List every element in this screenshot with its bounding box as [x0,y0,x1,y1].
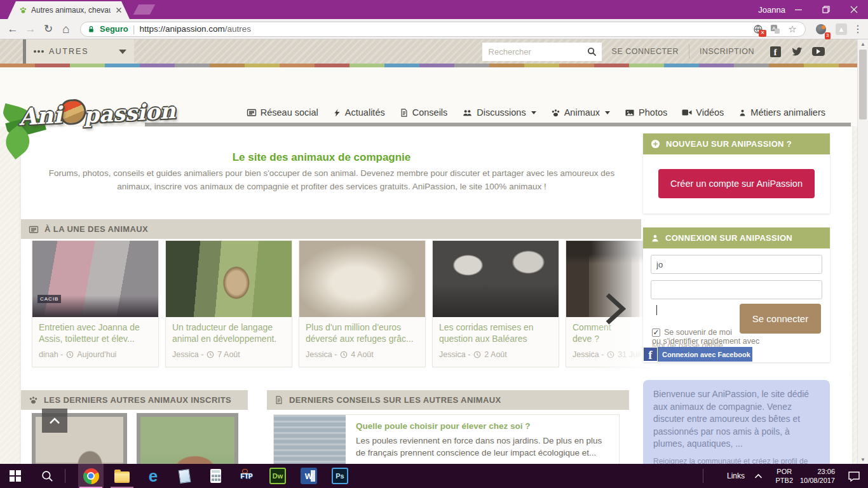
scroll-up-icon[interactable]: ▲ [858,39,868,48]
taskbar-dreamweaver-icon[interactable]: Dw [265,464,290,488]
topbar-actions: SE CONNECTER INSCRIPTION f [482,39,829,64]
plus-circle-icon [651,139,660,149]
scroll-down-icon[interactable]: ▼ [858,455,868,464]
browser-profile-name[interactable]: Joanna [758,0,785,19]
featured-card[interactable]: CACIB Entretien avec Joanna de Assis, to… [32,240,159,367]
url-separator: | [133,24,135,34]
photo-icon [625,108,635,118]
main-nav: Réseau social Actualités Conseils Discus… [247,103,825,122]
text-cursor [656,305,657,315]
close-icon[interactable] [840,0,868,19]
pet-photo-dog[interactable] [137,413,238,464]
web-page: AUTRES SE CONNECTER INSCRIPTION f Ani pa… [0,39,857,464]
paw-icon [551,108,560,118]
acrobat-extension-icon[interactable]: ▲ [834,22,848,36]
create-account-button[interactable]: Créer un compte sur AniPassion [658,169,815,198]
username-input[interactable] [651,255,822,274]
avast-extension-icon[interactable]: 3 [814,22,828,36]
minimize-icon[interactable] [784,0,812,19]
taskbar-notepad-icon[interactable] [172,464,197,488]
nav-metiers-animaliers[interactable]: Métiers animaliers [738,107,825,118]
forward-icon[interactable]: → [22,21,39,37]
back-to-top-button[interactable] [42,409,67,433]
password-input[interactable] [651,280,822,299]
paw-icon [29,395,38,405]
links-toolbar[interactable]: Links [727,464,745,488]
taskbar-word-icon[interactable]: W [296,464,322,488]
nav-conseils[interactable]: Conseils [400,107,448,118]
reload-icon[interactable]: ↻ [39,21,57,37]
remember-checkbox[interactable]: ✓ [652,329,660,337]
nav-actualites[interactable]: Actualités [333,107,385,118]
browser-menu-icon[interactable]: ⋮ [851,23,864,35]
category-dropdown[interactable]: AUTRES [23,39,134,64]
chevron-down-icon [605,111,610,114]
advice-article-title[interactable]: Quelle poule choisir pour élever chez so… [356,421,609,431]
featured-card[interactable]: Plus d'un million d'euros déversé aux re… [299,240,426,367]
taskbar-edge-icon[interactable]: e [140,464,166,488]
home-icon[interactable]: ⌂ [57,21,75,37]
featured-card[interactable]: Les corridas remises en question aux Bal… [432,240,559,367]
nav-photos[interactable]: Photos [625,107,667,118]
taskbar-calculator-icon[interactable] [203,464,228,488]
featured-section-header: À LA UNE DES ANIMAUX [21,219,641,239]
taskbar-explorer-icon[interactable] [109,464,135,488]
tray-chevron-up-icon[interactable] [754,464,763,488]
anipassion-logo[interactable]: Ani passion [1,83,151,154]
scrollbar-thumb[interactable] [859,50,867,119]
newspaper-icon [29,224,39,234]
article-meta: Jessica - 2 Août [433,346,559,363]
youtube-icon[interactable] [808,39,829,64]
page-description: Forums, photos, conseils et guides anima… [33,167,630,194]
featured-card[interactable]: Un traducteur de langage animal en dével… [165,240,292,367]
twitter-icon[interactable] [786,39,808,64]
search-icon[interactable] [587,47,597,57]
new-tab-button[interactable] [133,4,156,15]
bookmark-star-icon[interactable]: ☆ [786,23,799,36]
logo-text: passion [83,98,176,128]
signup-link[interactable]: INSCRIPTION [689,39,764,64]
welcome-text: Bienvenue sur AniPassion, le site dédié … [653,388,820,451]
restore-icon[interactable] [812,0,840,19]
back-icon[interactable]: ← [4,21,22,37]
article-image[interactable] [166,241,292,317]
address-bar[interactable]: Seguro | https://anipassion.com/autres ✕… [80,22,806,37]
article-image[interactable] [299,241,425,317]
nav-videos[interactable]: Vidéos [682,107,724,118]
nav-discussions[interactable]: Discussions [462,107,536,118]
article-image[interactable] [433,241,559,317]
article-title[interactable]: Un traducteur de langage animal en dével… [166,317,292,346]
remember-me-row: ✓ Se souvenir de moi [652,328,732,337]
browser-titlebar: Autres animaux, chevaux Joanna [0,0,868,19]
blocked-extension-icon[interactable]: ✕ [752,23,764,36]
carousel-next-icon[interactable] [602,292,628,328]
article-title[interactable]: Les corridas remises en question aux Bal… [433,317,559,346]
facebook-login-button[interactable]: f Connexion avec Facebook [643,347,752,362]
nav-reseau-social[interactable]: Réseau social [247,107,318,118]
login-link[interactable]: SE CONNECTER [602,39,689,64]
taskbar-search-icon[interactable] [34,464,60,488]
article-title[interactable]: Plus d'un million d'euros déversé aux re… [299,317,425,346]
article-image[interactable]: CACIB [32,241,158,317]
person-icon [738,108,747,118]
advice-article-excerpt: Les poules reviennent en force dans nos … [356,435,609,459]
clock-date[interactable]: 23:0610/08/2017 [800,464,835,488]
taskbar-photoshop-icon[interactable]: Ps [327,464,353,488]
facebook-icon[interactable]: f [764,39,786,64]
vertical-scrollbar[interactable]: ▲ ▼ [857,39,868,464]
language-indicator[interactable]: PORPTB2 [775,464,793,488]
start-button[interactable] [3,464,28,488]
taskbar-ftp-icon[interactable]: FTP [234,464,259,488]
taskbar-chrome-icon[interactable] [78,464,104,488]
article-title[interactable]: Entretien avec Joanna de Assis, toilette… [32,317,158,346]
site-search[interactable] [482,43,602,61]
nav-animaux[interactable]: Animaux [551,107,610,118]
advice-article-card[interactable]: Quelle poule choisir pour élever chez so… [273,414,620,464]
article-image-chickens[interactable] [274,415,346,464]
tab-close-icon[interactable] [114,6,123,15]
search-input[interactable] [487,46,587,57]
login-button[interactable]: Se connecter [740,304,821,334]
translate-icon[interactable]: A [769,23,782,36]
browser-tab[interactable]: Autres animaux, chevaux [8,1,130,19]
action-center-icon[interactable] [848,464,860,488]
